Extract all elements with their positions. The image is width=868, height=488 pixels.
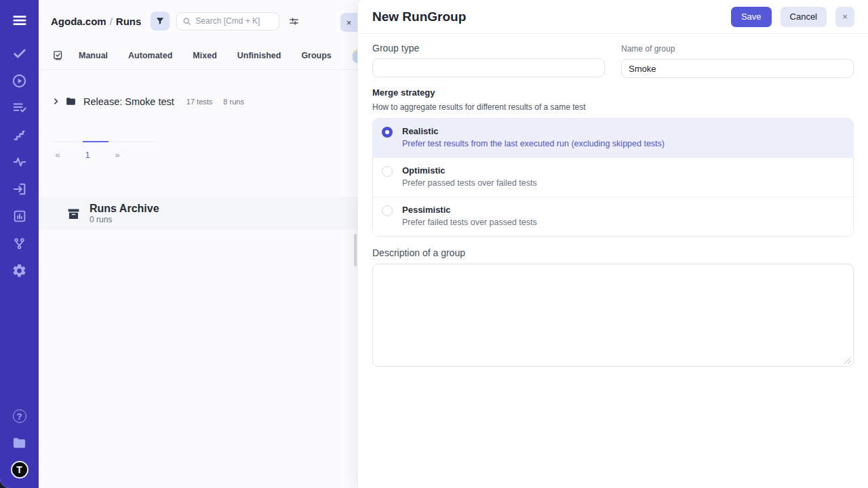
search-input[interactable] bbox=[195, 16, 273, 26]
select-runs-icon[interactable] bbox=[52, 49, 64, 61]
name-of-group-field: Name of group bbox=[621, 43, 854, 78]
runs-archive-row[interactable]: Runs Archive 0 runs bbox=[39, 197, 357, 230]
menu-icon[interactable] bbox=[10, 11, 29, 30]
new-rungroup-drawer: New RunGroup Save Cancel × Group type Na… bbox=[357, 0, 868, 488]
projects-folder-icon[interactable] bbox=[12, 434, 28, 451]
description-textarea[interactable] bbox=[372, 264, 854, 367]
option-optimistic[interactable]: Optimistic Prefer passed tests over fail… bbox=[373, 157, 853, 197]
radio-unselected-icon[interactable] bbox=[382, 166, 393, 177]
archive-icon bbox=[66, 207, 81, 221]
pagination: « 1 » bbox=[51, 142, 157, 160]
settings-gear-icon[interactable] bbox=[12, 262, 28, 279]
panel-close-button[interactable]: × bbox=[340, 13, 357, 32]
pagination-prev[interactable]: « bbox=[51, 150, 64, 160]
run-group-row[interactable]: Release: Smoke test 17 tests 8 runs bbox=[52, 96, 244, 107]
breadcrumb-separator: / bbox=[110, 16, 113, 27]
traceability-branch-icon[interactable] bbox=[12, 235, 28, 251]
funnel-icon bbox=[155, 16, 165, 26]
name-of-group-input[interactable] bbox=[621, 59, 854, 78]
option-optimistic-description: Prefer passed tests over failed tests bbox=[402, 178, 537, 188]
option-pessimistic-title: Pessimistic bbox=[402, 205, 537, 215]
run-group-title[interactable]: Release: Smoke test bbox=[83, 96, 174, 107]
search-icon bbox=[182, 17, 191, 26]
option-realistic[interactable]: Realistic Prefer test results from the l… bbox=[373, 119, 853, 157]
drawer-title: New RunGroup bbox=[372, 9, 731, 24]
tab-mixed[interactable]: Mixed bbox=[193, 51, 216, 60]
avatar-letter: T bbox=[16, 464, 22, 475]
merge-strategy-options: Realistic Prefer test results from the l… bbox=[372, 118, 854, 237]
option-optimistic-title: Optimistic bbox=[402, 165, 537, 176]
breadcrumb: Agoda.com/Runs bbox=[51, 16, 141, 27]
help-question-glyph: ? bbox=[13, 409, 26, 423]
sidebar-footer: ? T bbox=[11, 408, 28, 479]
chevron-right-icon[interactable] bbox=[52, 98, 60, 105]
sidebar: ? T bbox=[0, 0, 39, 488]
group-type-field: Group type bbox=[372, 43, 605, 78]
pagination-track bbox=[51, 142, 157, 142]
runs-play-circle-icon[interactable] bbox=[12, 73, 28, 89]
avatar[interactable]: T bbox=[11, 461, 28, 479]
archive-title: Runs Archive bbox=[90, 203, 159, 215]
runs-count: 8 runs bbox=[223, 98, 244, 106]
group-type-label: Group type bbox=[372, 43, 605, 54]
truncated-badge[interactable] bbox=[353, 51, 357, 63]
import-icon[interactable] bbox=[12, 181, 28, 197]
analytics-chart-icon[interactable] bbox=[12, 208, 28, 224]
tab-automated[interactable]: Automated bbox=[128, 51, 172, 60]
folder-icon bbox=[65, 96, 77, 107]
drawer-header: New RunGroup Save Cancel × bbox=[358, 0, 868, 34]
radio-unselected-icon[interactable] bbox=[382, 205, 393, 216]
tab-manual[interactable]: Manual bbox=[79, 51, 108, 60]
option-pessimistic[interactable]: Pessimistic Prefer failed tests over pas… bbox=[373, 197, 853, 236]
pagination-active-indicator bbox=[83, 141, 108, 142]
help-icon[interactable]: ? bbox=[12, 408, 28, 424]
tests-count: 17 tests bbox=[186, 98, 213, 106]
app-window: ? T Agoda.com/Runs bbox=[0, 0, 868, 488]
group-type-input[interactable] bbox=[372, 58, 605, 77]
search-box bbox=[176, 12, 279, 30]
scrollbar-thumb[interactable] bbox=[354, 234, 357, 266]
runs-panel-header: Agoda.com/Runs bbox=[39, 0, 357, 30]
pagination-next[interactable]: » bbox=[111, 150, 124, 160]
name-of-group-label: Name of group bbox=[621, 44, 854, 54]
breadcrumb-section[interactable]: Runs bbox=[116, 16, 142, 27]
close-icon[interactable]: × bbox=[835, 7, 854, 27]
resize-grip-icon[interactable] bbox=[844, 357, 851, 364]
archive-subtitle: 0 runs bbox=[90, 215, 159, 224]
filter-tabs: Manual Automated Mixed Unfinished Groups… bbox=[39, 41, 357, 70]
description-label: Description of a group bbox=[372, 247, 854, 258]
merge-strategy-label: Merge strategy bbox=[372, 87, 854, 98]
option-realistic-description: Prefer test results from the last execut… bbox=[402, 139, 665, 148]
adjustments-icon[interactable] bbox=[285, 13, 302, 29]
merge-strategy-hint: How to aggregate results for different r… bbox=[372, 102, 854, 112]
breadcrumb-project[interactable]: Agoda.com bbox=[51, 16, 106, 27]
save-button[interactable]: Save bbox=[731, 7, 772, 27]
tests-check-icon[interactable] bbox=[12, 45, 28, 62]
pagination-page-1[interactable]: 1 bbox=[74, 150, 101, 160]
option-pessimistic-description: Prefer failed tests over passed tests bbox=[402, 218, 537, 227]
tab-unfinished[interactable]: Unfinished bbox=[237, 51, 281, 60]
pulse-icon[interactable] bbox=[12, 154, 28, 170]
milestones-steps-icon[interactable] bbox=[12, 127, 28, 143]
tab-groups[interactable]: Groups bbox=[301, 51, 331, 60]
option-realistic-title: Realistic bbox=[402, 126, 665, 136]
cancel-button[interactable]: Cancel bbox=[781, 7, 827, 27]
sidebar-nav bbox=[12, 45, 28, 279]
drawer-body: Group type Name of group Merge strategy … bbox=[358, 34, 868, 367]
radio-selected-icon[interactable] bbox=[382, 127, 393, 138]
runs-panel: Agoda.com/Runs Manual Automat bbox=[39, 0, 357, 488]
test-plans-list-check-icon[interactable] bbox=[12, 100, 28, 116]
filter-button[interactable] bbox=[151, 12, 170, 30]
